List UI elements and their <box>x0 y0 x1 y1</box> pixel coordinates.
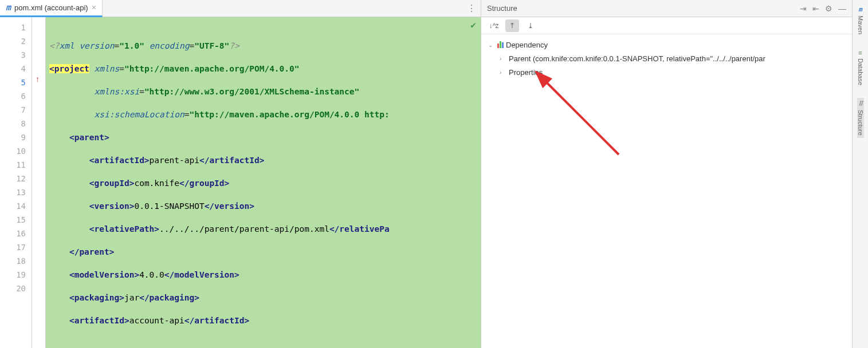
line-gutter: 1 2 3 4 5 6 7 8 9 10 11 12 13 14 15 16 1… <box>0 17 32 348</box>
rail-item-maven[interactable]: m Maven <box>857 3 864 37</box>
tree-label: Parent (com.knife:com.knife:0.0.1-SNAPSH… <box>509 54 765 63</box>
tree-label: Dependency <box>506 41 548 49</box>
marker-column: ↑ <box>32 17 46 348</box>
chevron-down-icon: ⌄ <box>488 42 495 48</box>
chevron-right-icon: › <box>500 69 506 76</box>
code-area[interactable]: ✔ <?xml version="1.0" encoding="UTF-8"?>… <box>46 17 481 348</box>
gear-icon[interactable]: ⚙ <box>825 4 832 13</box>
tree-item-dependency[interactable]: ⌄ Dependency <box>481 38 852 52</box>
tab-title: pom.xml (account-api) <box>14 3 88 12</box>
editor-body[interactable]: 1 2 3 4 5 6 7 8 9 10 11 12 13 14 15 16 1… <box>0 17 481 348</box>
structure-header: Structure ⇥ ⇤ ⚙ — <box>481 0 852 17</box>
right-tool-rail: m Maven ≡ Database ⠿ Structure <box>852 0 868 348</box>
svg-line-0 <box>544 80 619 155</box>
dependency-icon <box>497 41 504 48</box>
editor-tab-pom[interactable]: m pom.xml (account-api) × <box>0 0 103 17</box>
maven-file-icon: m <box>6 2 11 13</box>
rail-item-database[interactable]: ≡ Database <box>857 47 864 88</box>
annotation-arrow-icon <box>533 69 636 172</box>
tree-item-parent[interactable]: › Parent (com.knife:com.knife:0.0.1-SNAP… <box>481 52 852 65</box>
structure-toolbar: ↓ᴬz ⤒ ⤓ <box>481 17 852 34</box>
database-icon: ≡ <box>858 49 862 56</box>
autoscroll-from-source-button[interactable]: ⤓ <box>524 19 537 32</box>
tree-item-properties[interactable]: › Properties <box>481 65 852 79</box>
structure-pane: Structure ⇥ ⇤ ⚙ — ↓ᴬz ⤒ ⤓ ⌄ Dependency ›… <box>481 0 852 348</box>
tab-menu-icon[interactable]: ⋮ <box>467 3 476 14</box>
sort-alpha-button[interactable]: ↓ᴬz <box>487 19 501 32</box>
autoscroll-source-button[interactable]: ⤒ <box>505 19 519 32</box>
collapse-all-icon[interactable]: ⇤ <box>812 4 819 13</box>
structure-icon: ⠿ <box>858 100 863 108</box>
rail-item-structure[interactable]: ⠿ Structure <box>857 98 864 138</box>
ide-root: m pom.xml (account-api) × ⋮ 1 2 3 4 5 6 … <box>0 0 868 348</box>
structure-tree[interactable]: ⌄ Dependency › Parent (com.knife:com.kni… <box>481 34 852 348</box>
chevron-right-icon: › <box>500 56 506 62</box>
maven-icon: m <box>858 6 862 13</box>
tree-label: Properties <box>509 68 543 77</box>
structure-title: Structure <box>487 4 517 13</box>
up-arrow-icon: ↑ <box>36 74 40 84</box>
close-icon[interactable]: × <box>92 3 96 12</box>
structure-header-tools: ⇥ ⇤ ⚙ — <box>800 4 846 13</box>
expand-all-icon[interactable]: ⇥ <box>800 4 807 13</box>
editor-pane: m pom.xml (account-api) × ⋮ 1 2 3 4 5 6 … <box>0 0 481 348</box>
check-icon: ✔ <box>470 19 476 30</box>
editor-tab-bar: m pom.xml (account-api) × ⋮ <box>0 0 481 17</box>
minimize-icon[interactable]: — <box>838 4 846 13</box>
